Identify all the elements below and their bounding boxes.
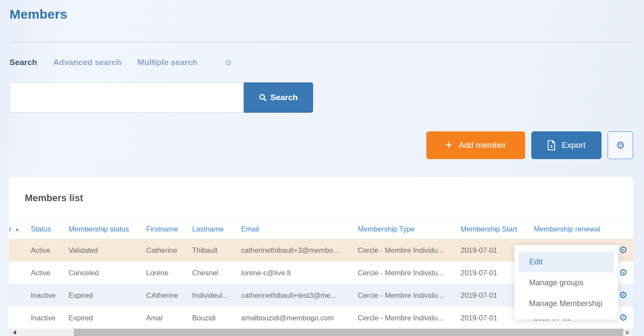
row-actions-context-menu: Edit Manage groups Manage Membership [514, 245, 618, 320]
toolbar-actions: + Add member x Export ⚙ [426, 131, 633, 159]
cell-email: lorene-c@live.fr [241, 269, 358, 277]
search-button-label: Search [270, 93, 297, 102]
search-icon [259, 94, 267, 101]
table-header-row: r▲ Status Membership status Firstname La… [9, 219, 633, 239]
cell-status: Active [31, 269, 69, 277]
members-list-title: Members list [25, 192, 83, 204]
search-input[interactable] [10, 82, 244, 113]
column-header-member[interactable]: r▲ [9, 225, 31, 233]
search-bar: Search [10, 82, 313, 113]
cell-email: catherinethibault+3@membo... [241, 246, 358, 254]
horizontal-scrollbar[interactable] [9, 329, 633, 336]
gear-icon: ⚙ [616, 140, 625, 150]
header-divider [10, 42, 633, 42]
menu-item-edit[interactable]: Edit [519, 251, 614, 272]
cell-email: catherinethibault+test3@me... [241, 291, 358, 300]
cell-lastname: Chesnel [192, 269, 241, 277]
excel-file-icon: x [547, 140, 556, 150]
cell-membership-status: Expired [69, 314, 146, 322]
export-label: Export [562, 140, 585, 150]
cell-lastname: Bouzidi [192, 314, 241, 322]
column-header-membership-status[interactable]: Membership status [69, 225, 146, 233]
column-header-lastname[interactable]: Lastname [192, 225, 241, 233]
cell-status: Inactive [31, 314, 69, 322]
cell-membership-status: Canceled [69, 269, 146, 277]
plus-icon: + [445, 139, 452, 151]
search-button[interactable]: Search [244, 82, 313, 113]
cell-lastname: Thibault [192, 246, 241, 254]
tab-multiple-search[interactable]: Multiple search [137, 58, 197, 67]
add-member-button[interactable]: + Add member [426, 131, 525, 159]
cell-firstname: Catherine [146, 246, 192, 254]
export-button[interactable]: x Export [531, 131, 602, 159]
svg-text:x: x [550, 144, 553, 149]
sort-asc-icon: ▲ [15, 227, 20, 232]
cell-membership-type: Cercle - Membre Individu... [358, 269, 461, 277]
menu-item-manage-membership[interactable]: Manage Membership [519, 293, 614, 314]
page-title: Members [10, 7, 67, 22]
cell-status: Active [31, 246, 69, 254]
cell-status: Inactive [31, 291, 69, 300]
row-actions-gear-icon[interactable]: ⚙ [619, 290, 628, 300]
cell-firstname: Amal [146, 314, 192, 322]
column-header-membership-start[interactable]: Membership Start [461, 225, 534, 233]
search-tabs: Search Advanced search Multiple search ⚙ [10, 58, 232, 67]
table-settings-button[interactable]: ⚙ [608, 131, 633, 159]
menu-item-manage-groups[interactable]: Manage groups [519, 272, 614, 293]
tab-advanced-search[interactable]: Advanced search [53, 58, 121, 67]
cell-firstname: Lorène [146, 269, 192, 277]
cell-membership-status: Validated [69, 246, 146, 254]
column-header-status[interactable]: Status [31, 225, 69, 233]
cell-lastname: Individeul... [192, 291, 241, 300]
cell-membership-type: Cercle - Membre Individu... [358, 314, 461, 322]
scroll-left-arrow-icon[interactable] [13, 330, 16, 335]
add-member-label: Add member [459, 140, 506, 150]
cell-membership-type: Cercle - Membre Individu... [358, 291, 461, 300]
cell-email: amalbouzidi@membogo.com [241, 314, 358, 322]
cell-membership-status: Expired [69, 291, 146, 300]
scrollbar-thumb[interactable] [74, 329, 623, 336]
cell-firstname: CAtherine [146, 291, 192, 300]
tab-search[interactable]: Search [10, 58, 37, 67]
column-header-membership-type[interactable]: Membership Type [358, 225, 461, 233]
row-actions-gear-icon[interactable]: ⚙ [619, 245, 628, 255]
scroll-right-arrow-icon[interactable] [626, 330, 629, 335]
cell-membership-type: Cercle - Membre Individu... [358, 246, 461, 254]
column-header-firstname[interactable]: Firstname [146, 225, 192, 233]
row-actions-gear-icon[interactable]: ⚙ [619, 268, 628, 277]
column-header-email[interactable]: Email [241, 225, 358, 233]
column-header-membership-renewal[interactable]: Membership renewal [534, 225, 611, 233]
row-actions-gear-icon[interactable]: ⚙ [619, 313, 628, 323]
search-settings-gear-icon[interactable]: ⚙ [225, 59, 232, 67]
